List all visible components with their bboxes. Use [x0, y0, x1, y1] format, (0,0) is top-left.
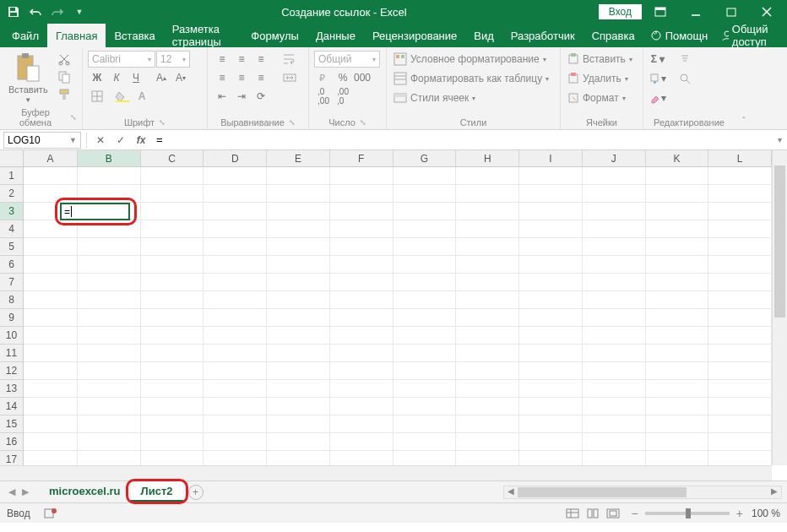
- zoom-level[interactable]: 100 %: [752, 508, 780, 519]
- column-header[interactable]: G: [394, 150, 457, 167]
- cell[interactable]: [267, 203, 330, 220]
- cell[interactable]: [78, 327, 141, 345]
- accounting-icon[interactable]: ₽: [314, 69, 333, 86]
- decrease-font-icon[interactable]: A▾: [171, 69, 190, 86]
- cell[interactable]: [78, 398, 141, 415]
- cell[interactable]: [330, 380, 394, 398]
- cell[interactable]: [646, 309, 709, 327]
- cell[interactable]: [330, 433, 394, 451]
- cell[interactable]: [267, 220, 330, 238]
- cell[interactable]: [267, 256, 330, 274]
- cell[interactable]: [394, 415, 457, 433]
- save-icon[interactable]: [3, 2, 24, 22]
- cell[interactable]: [583, 256, 646, 274]
- cut-icon[interactable]: [55, 51, 73, 68]
- font-size-combo[interactable]: 12▾: [156, 51, 190, 68]
- align-center-icon[interactable]: ≡: [232, 69, 251, 86]
- cell[interactable]: [24, 238, 78, 256]
- cell[interactable]: [78, 415, 141, 433]
- cell[interactable]: [456, 203, 519, 220]
- cell[interactable]: [330, 167, 394, 185]
- borders-icon[interactable]: [88, 88, 106, 105]
- cell[interactable]: [708, 203, 772, 220]
- cell[interactable]: [267, 327, 330, 345]
- enter-formula-icon[interactable]: ✓: [111, 132, 131, 149]
- formula-input[interactable]: =: [151, 132, 772, 149]
- column-header[interactable]: I: [519, 150, 583, 167]
- cell[interactable]: [456, 415, 519, 433]
- cell[interactable]: [267, 185, 330, 203]
- cell[interactable]: [583, 362, 646, 380]
- cell[interactable]: [708, 274, 772, 291]
- cell[interactable]: [24, 398, 78, 415]
- cell[interactable]: [78, 291, 141, 309]
- cell[interactable]: [204, 291, 267, 309]
- cell[interactable]: [78, 220, 141, 238]
- tab-file[interactable]: Файл: [3, 24, 47, 47]
- cell[interactable]: [394, 327, 457, 345]
- align-middle-icon[interactable]: ≡: [232, 51, 251, 68]
- paste-button[interactable]: Вставить ▼: [5, 51, 52, 106]
- cell[interactable]: [204, 256, 267, 274]
- tab-pagelayout[interactable]: Разметка страницы: [164, 24, 243, 47]
- alignment-launcher-icon[interactable]: ⤡: [289, 118, 296, 127]
- cell[interactable]: [519, 327, 583, 345]
- cell[interactable]: [24, 380, 78, 398]
- cell[interactable]: [646, 185, 709, 203]
- cell[interactable]: [78, 433, 141, 451]
- row-header[interactable]: 2: [0, 185, 24, 203]
- name-box[interactable]: LOG10▼: [3, 132, 81, 149]
- row-header[interactable]: 6: [0, 256, 24, 274]
- cell[interactable]: [78, 380, 141, 398]
- cell[interactable]: [141, 327, 204, 345]
- vertical-scrollbar[interactable]: [772, 150, 787, 465]
- cell[interactable]: [141, 291, 204, 309]
- cell[interactable]: [456, 345, 519, 362]
- comma-icon[interactable]: 000: [353, 69, 372, 86]
- cell[interactable]: [394, 309, 457, 327]
- cell[interactable]: [330, 238, 394, 256]
- cell[interactable]: [204, 362, 267, 380]
- cell[interactable]: [583, 238, 646, 256]
- column-header[interactable]: J: [583, 150, 646, 167]
- row-header[interactable]: 11: [0, 345, 24, 362]
- cell[interactable]: [24, 220, 78, 238]
- column-header[interactable]: E: [267, 150, 330, 167]
- decrease-indent-icon[interactable]: ⇤: [213, 88, 231, 105]
- cell[interactable]: [646, 433, 709, 451]
- bold-button[interactable]: Ж: [88, 69, 106, 86]
- cell[interactable]: [141, 415, 204, 433]
- cell[interactable]: [267, 362, 330, 380]
- cell[interactable]: [583, 167, 646, 185]
- align-bottom-icon[interactable]: ≡: [252, 51, 270, 68]
- cell[interactable]: [583, 220, 646, 238]
- row-header[interactable]: 15: [0, 415, 24, 433]
- merge-icon[interactable]: [280, 69, 299, 86]
- row-header[interactable]: 12: [0, 362, 24, 380]
- column-header[interactable]: B: [78, 150, 141, 167]
- maximize-icon[interactable]: [714, 0, 748, 24]
- cell[interactable]: [519, 291, 583, 309]
- macro-record-icon[interactable]: [44, 508, 57, 519]
- format-painter-icon[interactable]: [55, 86, 73, 103]
- cell[interactable]: [646, 238, 709, 256]
- zoom-out-icon[interactable]: −: [632, 507, 638, 520]
- page-layout-view-icon[interactable]: [583, 506, 603, 521]
- column-header[interactable]: C: [141, 150, 204, 167]
- normal-view-icon[interactable]: [562, 506, 583, 521]
- close-icon[interactable]: [750, 0, 784, 24]
- cell[interactable]: [519, 380, 583, 398]
- cell[interactable]: [204, 433, 267, 451]
- cell[interactable]: [204, 345, 267, 362]
- cell[interactable]: [708, 167, 772, 185]
- cell[interactable]: [456, 433, 519, 451]
- tab-formulas[interactable]: Формулы: [242, 24, 307, 47]
- cell[interactable]: [267, 167, 330, 185]
- cell[interactable]: [456, 238, 519, 256]
- cell[interactable]: [519, 433, 583, 451]
- cell[interactable]: [330, 362, 394, 380]
- cell[interactable]: [141, 345, 204, 362]
- tab-review[interactable]: Рецензирование: [364, 24, 465, 47]
- cell[interactable]: [141, 185, 204, 203]
- column-header[interactable]: A: [24, 150, 78, 167]
